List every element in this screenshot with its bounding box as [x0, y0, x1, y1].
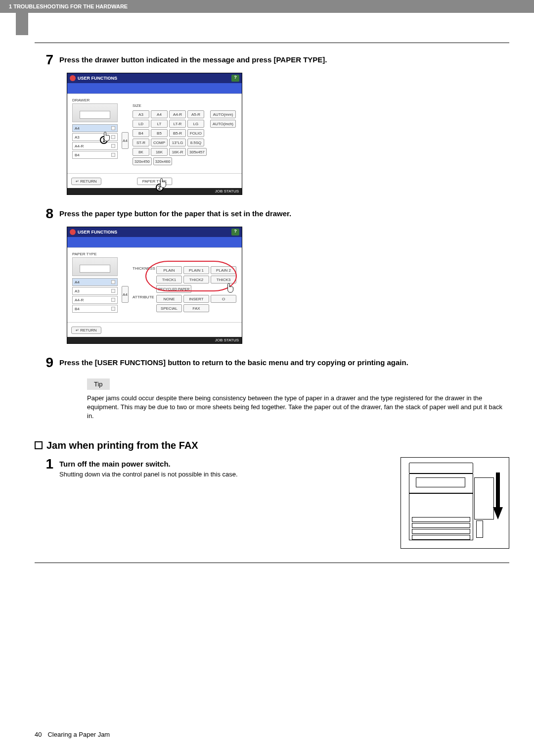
job-status[interactable]: JOB STATUS — [67, 188, 242, 194]
size-button[interactable]: LT — [151, 120, 168, 128]
size-button[interactable]: B5-R — [169, 129, 186, 137]
bottom-rule — [35, 563, 509, 563]
power-switch-illustration — [400, 457, 509, 549]
panel-title: USER FUNCTIONS — [78, 230, 117, 235]
size-button[interactable]: COMP — [151, 139, 168, 146]
step1-num: 1 — [35, 457, 59, 471]
bullet-square-icon — [35, 441, 43, 449]
size-button[interactable]: LG — [187, 120, 204, 128]
step9-num: 9 — [35, 356, 59, 370]
step7-num: 7 — [35, 53, 59, 67]
footer-title: Clearing a Paper Jam — [47, 731, 110, 738]
attribute-label: ATTRIBUTE — [133, 295, 154, 299]
auto-button[interactable]: AUTO(inch) — [210, 120, 236, 128]
chapter-header: 1 TROUBLESHOOTING FOR THE HARDWARE — [0, 0, 534, 13]
panel-title: USER FUNCTIONS — [78, 76, 117, 81]
drawer-side[interactable]: A4 — [122, 286, 129, 303]
size-button[interactable]: FOLIO — [187, 129, 204, 137]
drawer-preview — [72, 103, 118, 122]
drawer-item[interactable]: A3 — [72, 287, 118, 295]
hand-cursor-icon — [158, 178, 169, 189]
return-button[interactable]: ↵ RETURN — [71, 327, 101, 334]
size-button[interactable]: 13"LG — [169, 139, 186, 146]
size-button[interactable]: 320x450 — [133, 157, 152, 165]
drawer-item[interactable]: A4-R — [72, 142, 118, 150]
size-button[interactable]: 16K — [151, 148, 168, 156]
size-button[interactable]: A3 — [133, 110, 149, 118]
step8-num: 8 — [35, 207, 59, 221]
attribute-button[interactable]: O — [211, 295, 236, 303]
auto-button[interactable]: AUTO(mm) — [210, 110, 236, 118]
job-status[interactable]: JOB STATUS — [67, 337, 242, 343]
step7-title: Press the drawer button indicated in the… — [59, 53, 509, 65]
size-button[interactable]: 16K-R — [169, 148, 186, 156]
size-button[interactable]: 320x460 — [153, 157, 173, 165]
app-icon — [70, 229, 76, 235]
size-label: SIZE — [133, 103, 237, 108]
page-number: 40 — [35, 731, 42, 738]
size-button[interactable]: B5 — [151, 129, 168, 137]
size-button[interactable]: LD — [133, 120, 149, 128]
drawer-side[interactable]: A4 — [122, 132, 129, 149]
section-heading: Jam when printing from the FAX — [35, 440, 509, 451]
step8-title: Press the paper type button for the pape… — [59, 207, 509, 219]
page-footer: 40 Clearing a Paper Jam — [35, 731, 110, 738]
attribute-button[interactable]: FAX — [183, 304, 209, 312]
panel-tabs — [67, 237, 242, 248]
help-button[interactable]: ? — [231, 229, 239, 236]
arrow-down-icon — [493, 472, 503, 520]
size-button[interactable]: 8.5SQ — [187, 139, 204, 146]
highlight-oval — [145, 261, 237, 291]
size-button[interactable]: A4-R — [169, 110, 186, 118]
size-button[interactable]: 8K — [133, 148, 149, 156]
step1-title: Turn off the main power switch. — [59, 457, 400, 469]
size-button[interactable]: 305x457 — [187, 148, 207, 156]
panel-tabs — [67, 83, 242, 94]
size-button[interactable]: LT-R — [169, 120, 186, 128]
hand-cursor-icon — [225, 283, 236, 294]
section-title: Jam when printing from the FAX — [46, 440, 198, 451]
panel-drawer-size: USER FUNCTIONS ? DRAWER A4 A3 A4-R B4 A4… — [67, 73, 242, 195]
papertype-label: PAPER TYPE — [72, 252, 237, 256]
attribute-button[interactable]: INSERT — [183, 295, 209, 303]
step9-title: Press the [USER FUNCTIONS] button to ret… — [59, 356, 509, 368]
drawer-label: DRAWER — [72, 98, 237, 102]
size-button[interactable]: ST-R — [133, 139, 149, 146]
top-rule — [35, 43, 509, 43]
drawer-item[interactable]: A4 — [72, 278, 118, 286]
drawer-item[interactable]: B4 — [72, 151, 118, 159]
size-button[interactable]: A4 — [151, 110, 168, 118]
drawer-preview — [72, 257, 118, 276]
chapter-text: 1 TROUBLESHOOTING FOR THE HARDWARE — [9, 3, 128, 9]
size-button[interactable]: A5-R — [187, 110, 204, 118]
size-button[interactable]: B4 — [133, 129, 149, 137]
tip-text: Paper jams could occur despite there bei… — [87, 394, 506, 421]
help-button[interactable]: ? — [231, 75, 239, 82]
app-icon — [70, 75, 76, 81]
drawer-item[interactable]: B4 — [72, 305, 118, 313]
drawer-item[interactable]: A4-R — [72, 296, 118, 304]
tip-tag: Tip — [87, 378, 110, 390]
attribute-button[interactable]: SPECIAL — [156, 304, 182, 312]
return-button[interactable]: ↵ RETURN — [71, 178, 101, 185]
step1-sub: Shutting down via the control panel is n… — [59, 470, 400, 479]
hand-cursor-icon — [102, 131, 113, 143]
panel-paper-type: USER FUNCTIONS ? PAPER TYPE A4 A3 A4-R B… — [67, 227, 242, 344]
attribute-button[interactable]: NONE — [156, 295, 182, 303]
header-tab — [16, 13, 28, 35]
